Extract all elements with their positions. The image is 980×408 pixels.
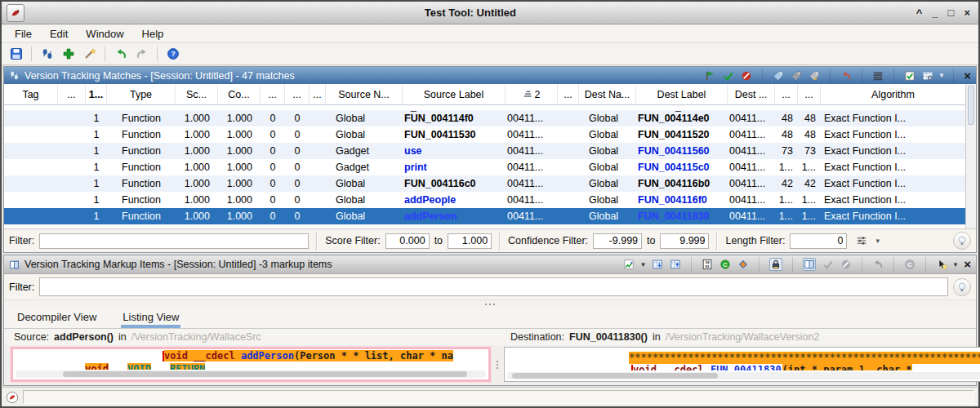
undo-button[interactable] — [111, 45, 130, 63]
match-row[interactable]: 1Function1.0001.00000GlobaladdPerson0041… — [4, 208, 965, 224]
tab-decompiler-view[interactable]: Decompiler View — [16, 308, 98, 328]
column-header[interactable]: Source N... — [326, 84, 403, 104]
close-panel-button[interactable]: × — [964, 70, 971, 82]
filter-options-button[interactable] — [852, 232, 871, 250]
source-listing-pane[interactable]: void __cdecl addPerson(Person * * list, … — [11, 347, 491, 382]
column-header[interactable]: Dest Label — [636, 84, 728, 104]
column-header[interactable]: Dest ... — [728, 84, 775, 104]
match-row[interactable]: 1Function1.0001.00000GlobalFUN_004115300… — [4, 126, 965, 143]
length-filter-input[interactable] — [790, 233, 847, 249]
close-panel-button[interactable]: × — [964, 259, 971, 270]
destination-listing-pane[interactable]: ****************************************… — [504, 347, 980, 382]
matches-panel-header[interactable]: Version Tracking Matches - [Session: Unt… — [4, 67, 976, 84]
accept-markup-button[interactable] — [822, 259, 834, 270]
score-from-input[interactable] — [385, 233, 430, 249]
reject-markup-button[interactable] — [840, 259, 852, 270]
dropdown-caret-icon[interactable]: ▾ — [875, 237, 880, 245]
column-header[interactable]: Co... — [218, 84, 261, 104]
column-header[interactable]: Dest Na... — [579, 84, 636, 104]
score-to-input[interactable] — [448, 233, 492, 249]
table-rows-button[interactable] — [872, 70, 884, 82]
match-row[interactable]: 1Function1.0001.00000GlobalFUN_004116c00… — [4, 175, 965, 192]
horizontal-scrollbar[interactable] — [507, 372, 980, 379]
add-button[interactable] — [59, 45, 78, 63]
column-header[interactable]: ... — [798, 84, 821, 104]
tag-icon — [773, 70, 784, 82]
maximize-button[interactable]: □ — [948, 8, 955, 18]
add-tag-button[interactable] — [773, 70, 784, 82]
minimize-button[interactable]: _ — [932, 8, 938, 18]
replace-button[interactable] — [719, 259, 731, 270]
matches-filter-bar: Filter: Score Filter: to Confidence Filt… — [4, 228, 976, 252]
vertical-scrollbar[interactable] — [965, 84, 976, 228]
markup-panel-header[interactable]: Version Tracking Markup Items - [Session… — [4, 255, 976, 274]
match-cell: 00411... — [506, 162, 558, 173]
diamond-button[interactable] — [737, 259, 749, 270]
undo-button[interactable] — [840, 70, 852, 82]
horizontal-splitter[interactable] — [4, 300, 976, 308]
confidence-from-input[interactable] — [593, 233, 642, 249]
cursor-mode-button[interactable] — [936, 259, 947, 270]
table-options-button[interactable] — [922, 70, 933, 82]
tab-listing-view[interactable]: Listing View — [121, 308, 180, 328]
column-header[interactable]: Tag — [4, 84, 58, 104]
markup-status-button[interactable] — [623, 259, 635, 270]
column-header[interactable]: Type — [107, 84, 176, 104]
match-row[interactable]: 1Function1.0001.00000Gadgetuse00411...Gl… — [4, 143, 965, 159]
redo-button[interactable] — [132, 45, 151, 63]
filter-hint-button[interactable] — [953, 278, 971, 296]
flag-button[interactable] — [705, 70, 716, 82]
scrollbar-thumb[interactable] — [512, 373, 718, 379]
undo-markup-button[interactable] — [872, 259, 884, 270]
markup-filter-input[interactable] — [39, 277, 948, 296]
column-header[interactable]: 2 — [506, 84, 558, 104]
match-cell: 48 — [775, 129, 798, 140]
accept-match-button[interactable] — [723, 70, 734, 82]
close-button[interactable]: × — [964, 8, 970, 18]
reject-match-button[interactable] — [741, 70, 752, 82]
menu-window[interactable]: Window — [79, 26, 130, 42]
lock-button[interactable] — [769, 258, 782, 271]
match-cell: 1... — [798, 211, 821, 222]
menu-help[interactable]: Help — [136, 26, 171, 42]
edit-tag-button[interactable] — [808, 70, 820, 82]
column-header[interactable]: ... — [558, 84, 579, 104]
binary-view-button[interactable] — [702, 259, 713, 270]
confidence-to-input[interactable] — [660, 233, 709, 249]
scrollbar-thumb[interactable] — [63, 371, 467, 377]
dropdown-caret-icon[interactable]: ▾ — [954, 261, 958, 268]
wizard-button[interactable] — [80, 45, 99, 63]
matches-filter-input[interactable] — [39, 233, 309, 249]
help-button[interactable] — [163, 45, 182, 63]
column-header[interactable]: Source Label — [403, 84, 506, 104]
menu-file[interactable]: File — [8, 26, 38, 42]
column-header[interactable]: ... — [285, 84, 310, 104]
column-header[interactable]: 1... — [86, 84, 107, 104]
column-header[interactable]: ... — [261, 84, 285, 104]
column-header[interactable]: Algorithm — [821, 84, 965, 104]
column-header[interactable]: ... — [310, 84, 326, 104]
match-row[interactable]: 1Function1.0001.00000GlobaladdPeople0041… — [4, 192, 965, 208]
remove-tag-button[interactable] — [791, 70, 802, 82]
to-label: to — [434, 235, 443, 246]
dropdown-caret-icon[interactable]: ▾ — [940, 72, 944, 79]
scrollbar-thumb[interactable] — [968, 86, 974, 125]
save-button[interactable] — [7, 45, 25, 63]
column-header[interactable]: Sc... — [176, 84, 218, 104]
filter-hint-button[interactable] — [953, 232, 971, 250]
copy-button[interactable] — [904, 259, 915, 270]
menu-edit[interactable]: Edit — [43, 26, 74, 42]
column-header[interactable]: ... — [775, 84, 798, 104]
apply-markup-button[interactable] — [652, 259, 663, 270]
column-header[interactable]: ... — [58, 84, 86, 104]
unapply-markup-button[interactable] — [670, 259, 681, 270]
select-rows-button[interactable] — [904, 70, 915, 82]
shade-button[interactable]: ^ — [916, 8, 923, 18]
match-row[interactable]: 1Function1.0001.00000GlobalFUN_004114f00… — [4, 110, 965, 126]
dual-view-button[interactable] — [803, 258, 816, 271]
version-tracking-button[interactable] — [38, 45, 56, 63]
dropdown-caret-icon[interactable]: ▾ — [641, 261, 645, 268]
vertical-splitter[interactable] — [491, 347, 504, 382]
match-row[interactable]: 1Function1.0001.00000Gadgetprint00411...… — [4, 159, 965, 175]
horizontal-scrollbar[interactable] — [16, 370, 486, 378]
